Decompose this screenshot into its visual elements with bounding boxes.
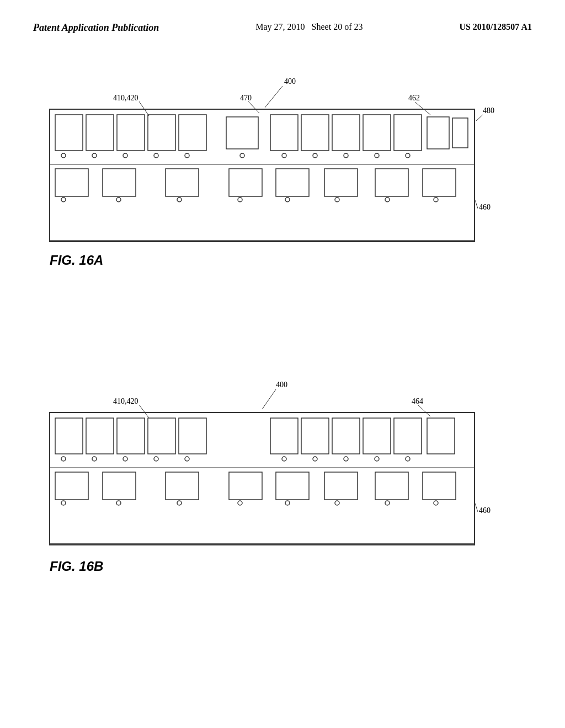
bot-dot-4-16a: [285, 197, 290, 202]
label-400-16a: 400: [284, 77, 296, 85]
bot-module-3-16a: [166, 169, 199, 196]
module-480-16a: [452, 118, 468, 148]
bot-module-3-16b: [166, 472, 199, 500]
module-4-16b: [148, 418, 175, 454]
module-9-16b: [363, 418, 391, 454]
module-2-16a: [86, 115, 114, 151]
module-5-16a: [179, 115, 206, 151]
dot-4-16a: [154, 153, 158, 158]
bot-module-1-16a: [55, 169, 88, 196]
bot-dot-6-16a: [385, 197, 390, 202]
bot-module-2-16b: [103, 472, 136, 500]
module-8-16b: [332, 418, 360, 454]
fig16a-caption: FIG. 16A: [50, 253, 103, 267]
bot-module-4-16b: [229, 472, 262, 500]
module-6-16b: [270, 418, 298, 454]
dot-8-16a: [344, 153, 348, 158]
dot-8-16b: [344, 457, 348, 461]
label-460-16b: 460: [479, 506, 491, 515]
bot-dot-3-16b: [177, 501, 182, 505]
module-11-16b: [427, 418, 455, 454]
label-464-16b: 464: [412, 397, 423, 405]
bot-dot-2-16b: [116, 501, 121, 505]
module-6-16a: [270, 115, 298, 151]
module-3-16b: [117, 418, 145, 454]
label-470-16a: 470: [240, 94, 252, 102]
dot-1-16b: [61, 457, 66, 461]
module-3-16a: [117, 115, 145, 151]
bot-module-6-16a: [375, 169, 408, 196]
module-8-16a: [332, 115, 360, 151]
label-480-16a: 480: [483, 106, 494, 115]
bot-dot-6-16b: [335, 501, 339, 505]
dot-5-16a: [185, 153, 189, 158]
dot-6-16a: [282, 153, 286, 158]
arrow-400-16b: [262, 389, 276, 409]
bot-module-4-16a: [276, 169, 309, 196]
dot-2-16a: [92, 153, 97, 158]
label-462-16a: 462: [408, 94, 420, 102]
dot-2-16b: [92, 457, 97, 461]
arrow-462-16a: [415, 102, 430, 115]
header-sheet: Sheet 20 of 23: [312, 22, 363, 31]
bot-dot-7-16b: [385, 501, 390, 505]
header-patent: US 2010/128507 A1: [459, 22, 532, 32]
bot-dot-1-16b: [61, 501, 66, 505]
dot-10-16b: [406, 457, 410, 461]
module-1-16a: [55, 115, 83, 151]
module-2-16b: [86, 418, 114, 454]
bot-module-center-16a: [229, 169, 262, 196]
fig16b-diagram: 400 410,420 464: [33, 375, 530, 590]
header-date: May 27, 2010: [255, 22, 305, 31]
fig16a-diagram: 400 410,420 470 462 480: [33, 72, 530, 287]
header-center: May 27, 2010 Sheet 20 of 23: [255, 22, 363, 32]
bot-dot-7-16a: [434, 197, 438, 202]
arrow-410420-16b: [139, 405, 149, 418]
dot-4-16b: [154, 457, 158, 461]
bot-module-5-16a: [324, 169, 358, 196]
module-462-16a: [427, 117, 449, 149]
arrow-480-16a: [476, 115, 483, 121]
bot-dot-1-16a: [61, 197, 66, 202]
bot-dot-5-16a: [335, 197, 339, 202]
dot-7-16a: [313, 153, 317, 158]
bot-dot-4-16b: [238, 501, 242, 505]
bot-dot-3-16a: [177, 197, 182, 202]
fig16a-svg: 400 410,420 470 462 480: [33, 72, 530, 287]
module-10-16a: [394, 115, 422, 151]
module-center-470-16a: [226, 117, 258, 149]
dot-center-16a: [240, 153, 244, 158]
fig16b-caption: FIG. 16B: [50, 559, 103, 574]
header-title: Patent Application Publication: [33, 22, 159, 34]
bot-module-2-16a: [103, 169, 136, 196]
bot-dot-center-16a: [238, 197, 242, 202]
page-header: Patent Application Publication May 27, 2…: [0, 0, 565, 34]
bot-dot-8-16b: [434, 501, 438, 505]
bot-module-8-16b: [423, 472, 456, 500]
label-410420-16b: 410,420: [113, 397, 138, 405]
bot-module-6-16b: [324, 472, 358, 500]
arrow-464-16b: [418, 405, 430, 416]
label-460-16a: 460: [479, 203, 491, 211]
fig16b-svg: 400 410,420 464: [33, 375, 530, 590]
arrow-470-16a: [248, 101, 259, 113]
arrow-400-16a: [265, 86, 282, 108]
bot-module-7-16a: [423, 169, 456, 196]
bot-dot-5-16b: [285, 501, 290, 505]
label-400-16b: 400: [276, 381, 287, 389]
dot-10-16a: [406, 153, 410, 158]
module-7-16b: [301, 418, 329, 454]
module-7-16a: [301, 115, 329, 151]
bot-module-1-16b: [55, 472, 88, 500]
module-1-16b: [55, 418, 83, 454]
dot-6-16b: [282, 457, 286, 461]
dot-3-16b: [123, 457, 127, 461]
label-410420-16a: 410,420: [113, 94, 138, 102]
bot-module-5-16b: [276, 472, 309, 500]
module-5-16b: [179, 418, 206, 454]
module-9-16a: [363, 115, 391, 151]
dot-9-16b: [375, 457, 379, 461]
dot-9-16a: [375, 153, 379, 158]
dot-7-16b: [313, 457, 317, 461]
bot-dot-2-16a: [116, 197, 121, 202]
